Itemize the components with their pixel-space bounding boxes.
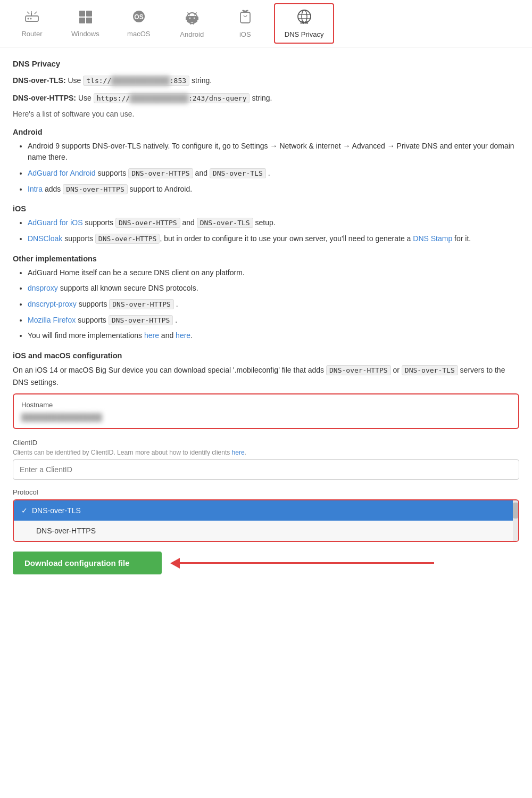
- dns-https-suffix: string.: [252, 94, 272, 102]
- windows-icon: [78, 9, 93, 27]
- clientid-group: ClientID Clients can be identified by Cl…: [13, 439, 519, 480]
- list-item: Mozilla Firefox supports DNS-over-HTTPS …: [28, 315, 519, 326]
- dns-https-line: DNS-over-HTTPS: Use https://████████████…: [13, 92, 519, 104]
- tab-ios-label: iOS: [239, 30, 251, 38]
- svg-point-2: [30, 18, 32, 20]
- tab-dns-privacy-label: DNS Privacy: [285, 30, 324, 38]
- clientid-learn-more-link[interactable]: here: [232, 449, 245, 456]
- page-title: DNS Privacy: [13, 59, 519, 68]
- svg-rect-7: [79, 11, 85, 17]
- tab-macos[interactable]: OS macOS: [112, 1, 165, 46]
- list-item: AdGuard for iOS supports DNS-over-HTTPS …: [28, 217, 519, 229]
- dns-stamp-link[interactable]: DNS Stamp: [413, 234, 452, 243]
- protocol-doh-label: DNS-over-HTTPS: [36, 526, 96, 535]
- tab-android-label: Android: [180, 30, 204, 38]
- tab-windows[interactable]: Windows: [59, 1, 112, 46]
- svg-rect-20: [197, 17, 198, 20]
- hostname-label: Hostname: [21, 401, 511, 409]
- svg-rect-9: [79, 18, 85, 23]
- dns-tls-url: tls://██████████████:853: [83, 76, 189, 86]
- protocol-option-dot[interactable]: ✓ DNS-over-TLS: [14, 500, 518, 521]
- svg-rect-10: [86, 18, 92, 23]
- svg-rect-19: [186, 17, 187, 20]
- protocol-section: Protocol ✓ DNS-over-TLS DNS-over-HTTPS: [13, 488, 519, 542]
- ios-list: AdGuard for iOS supports DNS-over-HTTPS …: [13, 217, 519, 244]
- dns-https-label: DNS-over-HTTPS:: [13, 94, 76, 102]
- adguard-ios-link[interactable]: AdGuard for iOS: [28, 218, 83, 227]
- tab-dns-privacy[interactable]: DNS DNS Privacy: [274, 3, 335, 44]
- svg-rect-8: [86, 11, 92, 17]
- tab-ios[interactable]: iOS: [219, 0, 272, 47]
- svg-rect-21: [190, 22, 192, 24]
- arrow-indicator: [170, 558, 434, 569]
- intra-link[interactable]: Intra: [28, 185, 43, 193]
- dns-tls-line: DNS-over-TLS: Use tls://██████████████:8…: [13, 75, 519, 87]
- tab-router-label: Router: [21, 30, 42, 38]
- dnscrypt-proxy-link[interactable]: dnscrypt-proxy: [28, 300, 77, 308]
- hostname-value: ██████████████████: [21, 413, 511, 422]
- router-icon: [24, 9, 40, 27]
- android-icon: [185, 9, 199, 27]
- list-item: AdGuard Home itself can be a secure DNS …: [28, 267, 519, 279]
- arrow-line: [179, 562, 434, 564]
- tab-router[interactable]: Router: [5, 1, 59, 46]
- tab-macos-label: macOS: [127, 30, 150, 38]
- list-item: dnsproxy supports all known secure DNS p…: [28, 283, 519, 294]
- nav-tabs: Router Windows OS macOS: [0, 0, 532, 47]
- svg-point-1: [28, 18, 29, 20]
- svg-line-4: [27, 12, 29, 14]
- dns-tls-host: ██████████████: [111, 76, 170, 87]
- protocol-dropdown[interactable]: ✓ DNS-over-TLS DNS-over-HTTPS: [13, 499, 519, 542]
- macos-icon: OS: [131, 9, 147, 27]
- dnsproxy-link[interactable]: dnsproxy: [28, 284, 58, 292]
- main-content: DNS Privacy DNS-over-TLS: Use tls://████…: [0, 47, 532, 590]
- dnscloak-link[interactable]: DNSCloak: [28, 234, 62, 243]
- svg-point-18: [194, 18, 195, 19]
- software-intro: Here's a list of software you can use.: [13, 110, 519, 118]
- dns-tls-prefix: Use: [68, 76, 83, 85]
- list-item: dnscrypt-proxy supports DNS-over-HTTPS .: [28, 299, 519, 310]
- svg-rect-14: [187, 16, 197, 22]
- dns-https-host: ██████████████: [130, 93, 188, 104]
- clientid-sublabel: Clients can be identified by ClientID. L…: [13, 449, 519, 456]
- download-config-button[interactable]: Download configuration file: [13, 552, 162, 574]
- dns-https-url: https://██████████████:243/dns-query: [94, 93, 250, 103]
- tab-windows-label: Windows: [71, 30, 99, 38]
- ios-icon: [238, 9, 252, 27]
- dns-https-prefix: Use: [78, 94, 94, 102]
- scrollbar-track: [513, 500, 518, 541]
- ios-macos-desc: On an iOS 14 or macOS Big Sur device you…: [13, 364, 519, 388]
- dns-tls-label: DNS-over-TLS:: [13, 76, 66, 85]
- android-section-title: Android: [13, 128, 519, 136]
- list-item: AdGuard for Android supports DNS-over-HT…: [28, 168, 519, 179]
- ios-section-title: iOS: [13, 204, 519, 213]
- svg-rect-23: [240, 12, 250, 23]
- tab-android[interactable]: Android: [165, 0, 219, 47]
- mozilla-firefox-link[interactable]: Mozilla Firefox: [28, 316, 76, 324]
- protocol-option-doh[interactable]: DNS-over-HTTPS: [14, 521, 518, 541]
- svg-text:DNS: DNS: [300, 21, 308, 24]
- ios-macos-section-title: iOS and macOS configuration: [13, 351, 519, 360]
- more-impl-link2[interactable]: here: [176, 331, 190, 340]
- clientid-input[interactable]: [13, 459, 519, 480]
- svg-rect-22: [193, 22, 194, 24]
- hostname-box: Hostname ██████████████████: [13, 393, 519, 429]
- list-item: Intra adds DNS-over-HTTPS support to And…: [28, 184, 519, 195]
- android-list: Android 9 supports DNS-over-TLS natively…: [13, 141, 519, 195]
- clientid-label: ClientID: [13, 439, 519, 447]
- list-item: You will find more implementations here …: [28, 330, 519, 342]
- dns-privacy-icon: DNS: [296, 9, 312, 27]
- scrollbar-thumb[interactable]: [513, 503, 518, 519]
- svg-line-5: [35, 12, 37, 14]
- svg-point-17: [189, 18, 190, 19]
- more-impl-link1[interactable]: here: [144, 331, 159, 340]
- protocol-dot-label: DNS-over-TLS: [32, 506, 81, 515]
- download-area: Download configuration file: [13, 552, 519, 574]
- adguard-android-link[interactable]: AdGuard for Android: [28, 169, 96, 177]
- other-list: AdGuard Home itself can be a secure DNS …: [13, 267, 519, 342]
- other-section-title: Other implementations: [13, 254, 519, 263]
- dns-tls-suffix: string.: [192, 76, 212, 85]
- list-item: Android 9 supports DNS-over-TLS natively…: [28, 141, 519, 163]
- protocol-label: Protocol: [13, 488, 519, 496]
- list-item: DNSCloak supports DNS-over-HTTPS, but in…: [28, 233, 519, 245]
